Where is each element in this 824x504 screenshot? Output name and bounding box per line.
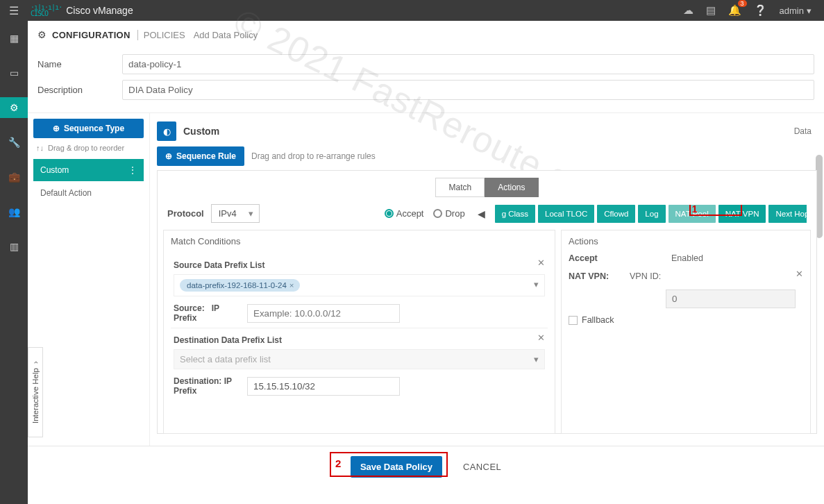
topbar: ☰ ·ı|ı·ı|ı·CISCO Cisco vManage ☁ ▤ 🔔3 ❔ … bbox=[0, 0, 824, 21]
radio-dot-icon bbox=[433, 209, 442, 218]
source-ip-prefix-label: Source: IPPrefix bbox=[174, 303, 240, 324]
destination-list-label: Destination Data Prefix List bbox=[174, 335, 545, 345]
main-area: © 2021 FastReroute.com ⚙ CONFIGURATION P… bbox=[28, 21, 824, 504]
radio-drop-label: Drop bbox=[445, 208, 464, 219]
save-button[interactable]: Save Data Policy bbox=[351, 456, 442, 478]
user-menu[interactable]: admin ▾ bbox=[780, 6, 812, 16]
nat-vpn-group: ✕ NAT VPN: VPN ID: Fallback bbox=[569, 271, 803, 325]
protocol-selector: Protocol IPv4 bbox=[167, 204, 260, 223]
fallback-label: Fallback bbox=[582, 315, 614, 325]
cisco-logo-icon: ·ı|ı·ı|ı·CISCO bbox=[31, 4, 62, 17]
sequence-type-label: Sequence Type bbox=[64, 124, 124, 133]
nav-configuration-icon[interactable]: ⚙ bbox=[0, 97, 28, 118]
chip-forwarding-class[interactable]: g Class bbox=[495, 205, 535, 223]
radio-drop[interactable]: Drop bbox=[433, 208, 464, 219]
cancel-button[interactable]: CANCEL bbox=[463, 462, 501, 472]
nav-dashboard-icon[interactable]: ▦ bbox=[0, 28, 28, 49]
chip-log[interactable]: Log bbox=[638, 205, 665, 223]
user-label: admin bbox=[780, 6, 804, 16]
left-nav-rail: ▦ ▭ ⚙ 🔧 💼 👥 ▥ bbox=[0, 21, 28, 504]
plus-icon: ⊕ bbox=[53, 124, 60, 133]
chevron-icon: › bbox=[31, 361, 40, 364]
sequence-item-custom[interactable]: Custom ⋮ bbox=[33, 159, 144, 181]
close-icon[interactable]: ✕ bbox=[796, 269, 803, 279]
description-label: Description bbox=[37, 85, 122, 95]
fallback-checkbox[interactable]: Fallback bbox=[569, 315, 803, 325]
radio-accept[interactable]: Accept bbox=[385, 208, 424, 219]
rule-toolbar: Protocol IPv4 Accept Drop ◀ g Class Loca… bbox=[163, 201, 811, 230]
chip-nat-vpn[interactable]: NAT VPN bbox=[718, 205, 766, 223]
nav-tools-icon[interactable]: 🔧 bbox=[0, 132, 28, 153]
breadcrumb-section: CONFIGURATION bbox=[52, 30, 131, 40]
sequence-rule-label: Sequence Rule bbox=[176, 151, 236, 161]
protocol-select[interactable]: IPv4 bbox=[211, 204, 260, 223]
vpnid-key: VPN ID: bbox=[630, 271, 661, 281]
cloud-icon[interactable]: ☁ bbox=[683, 4, 693, 17]
destination-ip-prefix-label: Destination: IPPrefix bbox=[174, 376, 240, 396]
kebab-icon[interactable]: ⋮ bbox=[128, 165, 137, 175]
bell-icon[interactable]: 🔔3 bbox=[728, 4, 741, 17]
actions-column: Actions Accept Enabled ✕ NAT VPN: VPN ID… bbox=[561, 230, 811, 434]
accept-value: Enabled bbox=[671, 253, 703, 263]
callout-number-2: 2 bbox=[335, 457, 341, 469]
pill-remove-icon[interactable]: × bbox=[289, 281, 294, 289]
action-chip-strip: g Class Local TLOC Cflowd Log NAT Pool N… bbox=[495, 205, 807, 223]
sequence-rule-button[interactable]: ⊕ Sequence Rule bbox=[157, 146, 244, 166]
source-prefix-pill[interactable]: data-prefix-192-168-11-0-24 × bbox=[180, 279, 300, 292]
rule-row: ⊕ Sequence Rule Drag and drop to re-arra… bbox=[157, 145, 817, 170]
name-input[interactable] bbox=[122, 54, 814, 74]
sequence-type-button[interactable]: ⊕ Sequence Type bbox=[33, 119, 144, 138]
checkbox-icon bbox=[569, 316, 578, 325]
gear-icon: ⚙ bbox=[37, 29, 47, 40]
tab-actions[interactable]: Actions bbox=[485, 178, 538, 197]
panel-icon: ◐ bbox=[157, 121, 176, 141]
notif-badge: 3 bbox=[738, 0, 747, 7]
destination-prefix-list-block: ✕ Destination Data Prefix List Select a … bbox=[171, 328, 548, 401]
tasks-icon[interactable]: ▤ bbox=[706, 4, 716, 17]
destination-ip-prefix-input[interactable] bbox=[247, 377, 400, 396]
rule-tabs: Match Actions bbox=[163, 178, 811, 197]
accept-drop-group: Accept Drop ◀ bbox=[385, 208, 488, 219]
brand-logo: ·ı|ı·ı|ı·CISCO bbox=[31, 4, 62, 17]
rule-columns: Match Conditions ✕ Source Data Prefix Li… bbox=[163, 230, 811, 434]
help-icon[interactable]: ❔ bbox=[754, 4, 767, 17]
caret-left-icon[interactable]: ◀ bbox=[475, 208, 488, 219]
name-label: Name bbox=[37, 59, 122, 69]
description-input[interactable] bbox=[122, 80, 814, 100]
workspace: ⊕ Sequence Type ↑↓ Drag & drop to reorde… bbox=[28, 112, 824, 446]
sequence-default-action[interactable]: Default Action bbox=[33, 181, 144, 205]
source-list-label: Source Data Prefix List bbox=[174, 260, 545, 270]
reorder-hint: ↑↓ Drag & drop to reorder bbox=[33, 138, 144, 158]
panel-right-label: Data bbox=[794, 126, 817, 136]
product-title: Cisco vManage bbox=[62, 5, 133, 16]
natvpn-key: NAT VPN: bbox=[569, 271, 623, 281]
breadcrumb-subsection: POLICIES bbox=[137, 30, 185, 40]
accept-key: Accept bbox=[569, 253, 623, 263]
nav-admin-icon[interactable]: 👥 bbox=[0, 201, 28, 222]
plus-icon: ⊕ bbox=[165, 151, 172, 161]
nav-monitor-icon[interactable]: ▭ bbox=[0, 62, 28, 83]
interactive-help-tab[interactable]: Interactive Help › bbox=[28, 347, 43, 437]
tab-match[interactable]: Match bbox=[435, 178, 485, 197]
menu-icon[interactable]: ☰ bbox=[0, 4, 28, 17]
chip-next-hop[interactable]: Next Hop bbox=[768, 205, 807, 223]
close-icon[interactable]: ✕ bbox=[537, 333, 545, 343]
chip-cflowd[interactable]: Cflowd bbox=[597, 205, 635, 223]
breadcrumb-page: Add Data Policy bbox=[191, 30, 258, 40]
topbar-right: ☁ ▤ 🔔3 ❔ admin ▾ bbox=[683, 4, 824, 17]
nav-analytics-icon[interactable]: ▥ bbox=[0, 236, 28, 257]
source-list-combo[interactable]: data-prefix-192-168-11-0-24 × bbox=[174, 274, 545, 296]
chip-nat-pool[interactable]: NAT Pool bbox=[669, 205, 716, 223]
match-column: Match Conditions ✕ Source Data Prefix Li… bbox=[163, 230, 555, 434]
destination-list-combo[interactable]: Select a data prefix list bbox=[174, 349, 545, 369]
rule-hint: Drag and drop to re-arrange rules bbox=[251, 151, 376, 161]
source-ip-prefix-input[interactable] bbox=[247, 304, 400, 323]
chip-local-tloc[interactable]: Local TLOC bbox=[538, 205, 594, 223]
close-icon[interactable]: ✕ bbox=[537, 258, 545, 268]
source-prefix-list-block: ✕ Source Data Prefix List data-prefix-19… bbox=[171, 253, 548, 328]
policy-form: Name Description bbox=[28, 46, 824, 112]
reorder-text: Drag & drop to reorder bbox=[48, 144, 124, 152]
nav-maintenance-icon[interactable]: 💼 bbox=[0, 167, 28, 187]
vpn-id-input[interactable] bbox=[666, 289, 796, 308]
match-heading: Match Conditions bbox=[171, 236, 548, 246]
